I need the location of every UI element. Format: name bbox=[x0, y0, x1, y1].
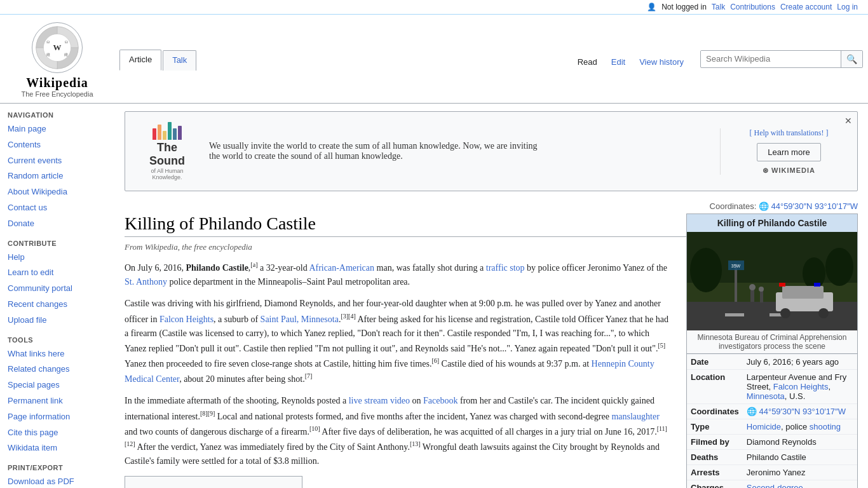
coordinates-link[interactable]: 44°59′30″N 93°10′17″W bbox=[771, 201, 858, 211]
create-account-link[interactable]: Create account bbox=[780, 3, 832, 11]
nav-section-title: Navigation bbox=[0, 109, 114, 121]
nav-tabs: Article Talk Read Edit View history 🔍 bbox=[114, 50, 868, 70]
infobox-label: Location bbox=[687, 370, 743, 404]
search-button[interactable]: 🔍 bbox=[841, 51, 862, 67]
infobox-row: Charges Second-degree manslaughter bbox=[687, 480, 857, 489]
action-read[interactable]: Read bbox=[571, 53, 604, 71]
sidebar-item-community-portal[interactable]: Community portal bbox=[0, 281, 114, 297]
sound-tagline: of All Human Knowledge. bbox=[135, 168, 199, 180]
infobox-label: Date bbox=[687, 355, 743, 370]
svg-point-9 bbox=[825, 248, 853, 286]
sidebar-item-wikidata[interactable]: Wikidata item bbox=[0, 440, 114, 456]
talk-link[interactable]: Talk bbox=[712, 3, 725, 11]
search-input[interactable] bbox=[701, 51, 841, 67]
hennepin-link[interactable]: Hennepin County Medical Center bbox=[125, 359, 654, 384]
wikimedia-logo-text: ⊛ WIKIMEDIA bbox=[763, 166, 815, 175]
live-stream-link[interactable]: live stream video bbox=[349, 396, 410, 405]
shooting-link[interactable]: shooting bbox=[810, 422, 841, 431]
toc-title: Contents [hide] bbox=[135, 484, 292, 488]
sidebar-item-donate[interactable]: Donate bbox=[0, 216, 114, 232]
infobox-value: Second-degree manslaughter bbox=[743, 480, 857, 489]
sidebar-item-main-page[interactable]: Main page bbox=[0, 121, 114, 137]
coordinates-bar: Coordinates: 🌐 44°59′30″N 93°10′17″W bbox=[125, 201, 858, 211]
infobox-value: Diamond Reynolds bbox=[743, 435, 857, 450]
sidebar-item-page-info[interactable]: Page information bbox=[0, 409, 114, 425]
sidebar-item-learn-to-edit[interactable]: Learn to edit bbox=[0, 265, 114, 281]
homicide-link[interactable]: Homicide bbox=[747, 422, 781, 431]
sound-bars bbox=[135, 122, 199, 140]
sidebar-item-random-article[interactable]: Random article bbox=[0, 168, 114, 184]
tab-talk[interactable]: Talk bbox=[163, 50, 196, 70]
sidebar-item-contact[interactable]: Contact us bbox=[0, 200, 114, 216]
sidebar-item-recent-changes[interactable]: Recent changes bbox=[0, 297, 114, 313]
svg-text:維: 維 bbox=[46, 52, 50, 57]
site-tagline: The Free Encyclopedia bbox=[21, 90, 93, 98]
action-edit[interactable]: Edit bbox=[605, 53, 632, 71]
svg-point-8 bbox=[690, 248, 722, 292]
falcon-heights-link2[interactable]: Falcon Heights bbox=[159, 314, 214, 323]
sidebar-item-current-events[interactable]: Current events bbox=[0, 153, 114, 169]
svg-rect-20 bbox=[750, 289, 754, 302]
infobox-row: Type Homicide, police shooting bbox=[687, 419, 857, 435]
svg-point-16 bbox=[780, 308, 790, 318]
sidebar-item-what-links[interactable]: What links here bbox=[0, 346, 114, 362]
infobox-label: Deaths bbox=[687, 450, 743, 465]
tab-article[interactable]: Article bbox=[119, 50, 161, 70]
sound-logo-text: TheSound bbox=[135, 141, 199, 168]
svg-text:35W: 35W bbox=[731, 264, 741, 268]
header: W Ω Ω 維 維 Wikipedia The Free Encyclopedi… bbox=[0, 15, 868, 104]
help-translations-link[interactable]: [ Help with translations! ] bbox=[750, 128, 829, 138]
tools-section-title: Tools bbox=[0, 329, 114, 346]
saint-paul-link[interactable]: Saint Paul, Minnesota bbox=[261, 314, 339, 323]
sidebar-item-download-pdf[interactable]: Download as PDF bbox=[0, 474, 114, 488]
infobox-label: Type bbox=[687, 419, 743, 435]
svg-rect-15 bbox=[782, 286, 824, 299]
sidebar-item-upload-file[interactable]: Upload file bbox=[0, 313, 114, 329]
svg-text:Ω: Ω bbox=[65, 39, 68, 44]
svg-point-23 bbox=[759, 287, 764, 292]
infobox-title: Killing of Philando Castile bbox=[687, 214, 857, 232]
st-anthony-link[interactable]: St. Anthony bbox=[125, 277, 167, 287]
infobox-label: Arrests bbox=[687, 465, 743, 480]
svg-rect-12 bbox=[725, 313, 744, 316]
svg-rect-22 bbox=[760, 291, 763, 302]
infobox: Killing of Philando Castile bbox=[686, 214, 858, 488]
top-bar: 👤 Not logged in Talk Contributions Creat… bbox=[0, 0, 868, 15]
wikipedia-logo[interactable]: W Ω Ω 維 維 bbox=[32, 22, 83, 73]
manslaughter-link[interactable]: Second-degree manslaughter bbox=[747, 483, 803, 488]
infobox-row: Filmed by Diamond Reynolds bbox=[687, 435, 857, 450]
svg-text:Ω: Ω bbox=[46, 39, 50, 44]
infobox-coords-link[interactable]: 44°59′30″N 93°10′17″W bbox=[759, 407, 846, 416]
banner-close-button[interactable]: ✕ bbox=[844, 117, 852, 126]
print-section-title: Print/export bbox=[0, 456, 114, 474]
facebook-link[interactable]: Facebook bbox=[423, 396, 458, 405]
svg-point-17 bbox=[818, 308, 829, 318]
sidebar-item-help[interactable]: Help bbox=[0, 250, 114, 266]
sidebar-item-contents[interactable]: Contents bbox=[0, 137, 114, 153]
main-layout: Navigation Main page Contents Current ev… bbox=[0, 104, 868, 488]
content-area: TheSound of All Human Knowledge. We usua… bbox=[114, 104, 868, 488]
sidebar-item-special-pages[interactable]: Special pages bbox=[0, 377, 114, 393]
svg-rect-18 bbox=[779, 283, 785, 287]
log-in-link[interactable]: Log in bbox=[837, 3, 858, 11]
manslaughter-link2[interactable]: manslaughter bbox=[611, 411, 659, 421]
traffic-stop-link[interactable]: traffic stop bbox=[486, 263, 525, 273]
african-american-link[interactable]: African-American bbox=[309, 263, 374, 273]
page-tabs: Article Talk bbox=[119, 50, 198, 70]
infobox-value: July 6, 2016; 6 years ago bbox=[743, 355, 857, 370]
contributions-link[interactable]: Contributions bbox=[730, 3, 775, 11]
minnesota-link[interactable]: Minnesota bbox=[747, 391, 785, 401]
action-view-history[interactable]: View history bbox=[633, 53, 690, 71]
sidebar-item-cite[interactable]: Cite this page bbox=[0, 425, 114, 441]
infobox-row: Location Larpenteur Avenue and Fry Stree… bbox=[687, 370, 857, 404]
sidebar-item-about[interactable]: About Wikipedia bbox=[0, 184, 114, 200]
banner: TheSound of All Human Knowledge. We usua… bbox=[125, 111, 858, 191]
sidebar-item-permanent-link[interactable]: Permanent link bbox=[0, 393, 114, 409]
action-tabs: Read Edit View history bbox=[571, 53, 695, 71]
banner-right: [ Help with translations! ] Learn more ⊛… bbox=[720, 128, 847, 175]
infobox-row: Deaths Philando Castile bbox=[687, 450, 857, 465]
falcon-heights-link[interactable]: Falcon Heights bbox=[773, 382, 829, 391]
banner-line2: the world to create the sound of all hum… bbox=[209, 151, 403, 161]
sidebar-item-related-changes[interactable]: Related changes bbox=[0, 362, 114, 377]
learn-more-button[interactable]: Learn more bbox=[757, 143, 820, 161]
